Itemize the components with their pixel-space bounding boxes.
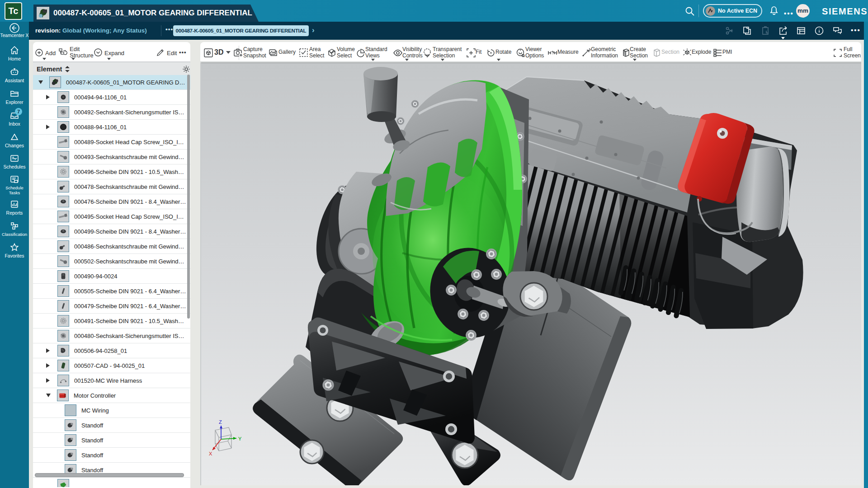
svg-text:Z: Z [219,419,222,425]
svg-text:Y: Y [238,436,242,441]
svg-text:X: X [209,451,212,456]
